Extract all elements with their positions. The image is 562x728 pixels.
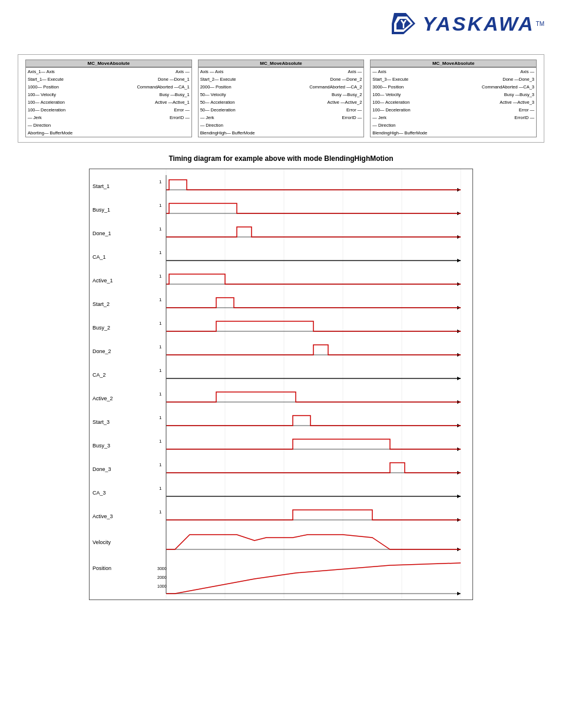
fb1-axis-right: Axis — — [176, 68, 190, 75]
label-start2: Start_2 — [92, 301, 110, 307]
fb3-execute-left: Start_3— Execute — [372, 75, 408, 83]
label-ca2: CA_2 — [92, 372, 106, 378]
function-blocks-section: MC_MoveAbsolute Axis_1— Axis Axis — Star… — [0, 42, 562, 149]
fb2-active-right: Active —Active_2 — [328, 98, 362, 106]
label-start1: Start_1 — [92, 183, 110, 189]
header: YASKAWA TM — [0, 0, 562, 42]
fb1-position-left: 1000— Position — [28, 83, 59, 91]
fb1-velocity-left: 100— Velocity — [28, 91, 56, 98]
logo-text: YASKAWA — [422, 12, 534, 35]
fb1-accel-left: 100— Acceleration — [28, 98, 65, 106]
label-done2: Done_2 — [92, 348, 111, 354]
label-ca1: CA_1 — [92, 254, 106, 260]
label-active2: Active_2 — [92, 396, 113, 401]
start3-1: 1 — [159, 415, 162, 420]
fb3-done-right: Done —Done_3 — [503, 75, 534, 83]
label-ca3: CA_3 — [92, 490, 106, 496]
fb3-axis-left: — Axis — [372, 68, 386, 75]
fb1-decel-left: 100— Deceleration — [28, 106, 65, 114]
label-done3: Done_3 — [92, 466, 111, 472]
label-busy2: Busy_2 — [92, 325, 110, 331]
active2-1: 1 — [159, 391, 162, 397]
fb2-buffermode-left: BlendingHigh— BufferMode — [200, 129, 255, 137]
ca3-1: 1 — [159, 486, 162, 491]
fb3-velocity-left: 100— Velocity — [372, 91, 401, 98]
fb1-execute-left: Start_1— Execute — [28, 75, 64, 83]
yaskawa-logo-icon — [389, 11, 418, 37]
label-velocity: Velocity — [92, 539, 111, 545]
fb3-jerk-left: — Jerk — [372, 114, 386, 121]
timing-diagram-container: Start_1 1 Busy_1 1 Done_1 1 CA_1 1 — [89, 169, 473, 600]
logo: YASKAWA TM — [389, 11, 544, 37]
fb2-done-right: Done —Done_2 — [330, 75, 362, 83]
fb2-axis-right: Axis — — [348, 68, 362, 75]
start1-1: 1 — [159, 179, 162, 185]
fb3-position-left: 3000— Position — [372, 83, 404, 91]
fb-block-3: MC_MoveAbsolute — Axis Axis — Start_3— E… — [370, 60, 537, 137]
timing-diagram-title: Timing diagram for example above with mo… — [18, 154, 544, 163]
fb3-title: MC_MoveAbsolute — [370, 60, 537, 67]
busy3-1: 1 — [159, 439, 162, 444]
label-done1: Done_1 — [92, 230, 111, 236]
timing-section: Timing diagram for example above with mo… — [0, 149, 562, 614]
fb3-decel-left: 100— Deceleration — [372, 106, 410, 114]
start2-1: 1 — [159, 297, 162, 302]
fb1-done-right: Done —Done_1 — [158, 75, 190, 83]
fb2-decel-left: 50— Deceleration — [200, 106, 236, 114]
fb3-ca-right: CommandAborted —CA_3 — [482, 83, 534, 91]
fb1-direction-left: — Direction — [28, 121, 51, 129]
fb2-jerk-left: — Jerk — [200, 114, 214, 121]
fb1-error-right: Error — — [174, 106, 189, 114]
done2-1: 1 — [159, 344, 162, 350]
fb2-ca-right: CommandAborted —CA_2 — [309, 83, 362, 91]
fb3-accel-left: 100— Acceleration — [372, 98, 409, 106]
fb2-title: MC_MoveAbsolute — [198, 60, 365, 67]
active1-1: 1 — [159, 274, 162, 279]
svg-rect-6 — [90, 169, 472, 599]
ca1-1: 1 — [159, 250, 162, 255]
fb3-errorid-right: ErrorID — — [514, 114, 534, 121]
pos-3000: 3000 — [157, 566, 167, 571]
fb3-buffermode-left: BlendingHigh— BufferMode — [372, 129, 427, 137]
busy2-1: 1 — [159, 321, 162, 326]
logo-tm: TM — [536, 21, 544, 27]
ca2-1: 1 — [159, 368, 162, 373]
fb1-axis-left: Axis_1— Axis — [28, 68, 55, 75]
fb1-busy-right: Busy —Busy_1 — [159, 91, 189, 98]
label-busy3: Busy_3 — [92, 443, 110, 449]
fb3-axis-right: Axis — — [520, 68, 534, 75]
label-start3: Start_3 — [92, 419, 110, 425]
pos-1000: 1000 — [157, 584, 167, 588]
busy1-1: 1 — [159, 203, 162, 208]
fb3-active-right: Active —Active_3 — [500, 98, 534, 106]
fb2-direction-left: — Direction — [200, 121, 223, 129]
timing-svg: Start_1 1 Busy_1 1 Done_1 1 CA_1 1 — [90, 169, 472, 599]
fb1-errorid-right: ErrorID — — [170, 114, 190, 121]
blocks-row: MC_MoveAbsolute Axis_1— Axis Axis — Star… — [25, 60, 537, 137]
fb2-velocity-left: 50— Velocity — [200, 91, 226, 98]
done3-1: 1 — [159, 462, 162, 467]
fb1-active-right: Active —Active_1 — [155, 98, 190, 106]
label-active1: Active_1 — [92, 278, 113, 284]
fb1-ca-right: CommandAborted —CA_1 — [137, 83, 189, 91]
label-busy1: Busy_1 — [92, 207, 110, 213]
blocks-wrapper: MC_MoveAbsolute Axis_1— Axis Axis — Star… — [18, 54, 544, 143]
fb3-error-right: Error — — [519, 106, 534, 114]
fb2-execute-left: Start_2— Execute — [200, 75, 236, 83]
fb-block-2: MC_MoveAbsolute Axis — Axis Axis — Start… — [198, 60, 365, 137]
fb2-position-left: 2000— Position — [200, 83, 232, 91]
label-active3: Active_3 — [92, 513, 113, 519]
fb-block-1: MC_MoveAbsolute Axis_1— Axis Axis — Star… — [25, 60, 192, 137]
fb3-direction-left: — Direction — [372, 121, 395, 129]
fb1-jerk-left: — Jerk — [28, 114, 42, 121]
fb3-busy-right: Busy —Busy_3 — [504, 91, 534, 98]
fb1-buffermode-left: Aborting— BufferMode — [28, 129, 72, 137]
fb2-errorid-right: ErrorID — — [342, 114, 362, 121]
active3-1: 1 — [159, 509, 162, 515]
label-position: Position — [92, 565, 111, 571]
fb2-busy-right: Busy —Busy_2 — [332, 91, 362, 98]
fb2-error-right: Error — — [346, 106, 362, 114]
fb2-accel-left: 50— Acceleration — [200, 98, 235, 106]
fb1-title: MC_MoveAbsolute — [25, 60, 192, 67]
fb2-axis-left: Axis — Axis — [200, 68, 224, 75]
